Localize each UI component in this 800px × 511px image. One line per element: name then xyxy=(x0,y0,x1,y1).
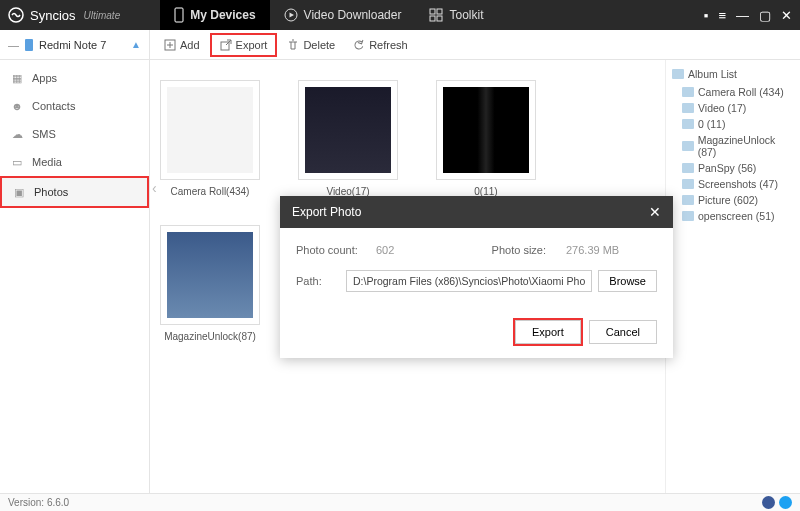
sidebar-item-photos[interactable]: ▣Photos xyxy=(0,176,149,208)
album-item[interactable]: 0(11) xyxy=(436,80,536,197)
export-dialog: Export Photo ✕ Photo count: 602 Photo si… xyxy=(280,196,673,358)
grid-icon: ▦ xyxy=(10,71,24,85)
dialog-export-button[interactable]: Export xyxy=(515,320,581,344)
path-input[interactable] xyxy=(346,270,592,292)
tab-label: Video Downloader xyxy=(304,8,402,22)
close-icon[interactable]: ✕ xyxy=(781,8,792,23)
trash-icon xyxy=(287,39,299,51)
brand: Syncios Ultimate xyxy=(8,7,120,23)
btn-label: Export xyxy=(236,39,268,51)
dialog-title: Export Photo xyxy=(292,205,361,219)
album-label: Camera Roll(434) xyxy=(160,186,260,197)
sub-toolbar: — Redmi Note 7 ▲ Add Export Delete Refre… xyxy=(0,30,800,60)
delete-button[interactable]: Delete xyxy=(279,35,343,55)
svg-rect-7 xyxy=(25,39,33,51)
chat-icon[interactable]: ▪ xyxy=(704,8,709,23)
folder-icon xyxy=(682,195,694,205)
svg-rect-1 xyxy=(175,8,183,22)
album-thumb xyxy=(298,80,398,180)
browse-button[interactable]: Browse xyxy=(598,270,657,292)
album-list-item[interactable]: Screenshots (47) xyxy=(672,176,794,192)
album-list-item[interactable]: Camera Roll (434) xyxy=(672,84,794,100)
svg-rect-3 xyxy=(430,9,435,14)
device-selector[interactable]: — Redmi Note 7 ▲ xyxy=(0,30,150,59)
sidebar-item-media[interactable]: ▭Media xyxy=(0,148,149,176)
album-list-title: Album List xyxy=(672,68,794,80)
dialog-path-row: Path: Browse xyxy=(296,270,657,292)
export-button[interactable]: Export xyxy=(210,33,278,57)
folder-icon xyxy=(682,141,694,151)
album-list-item[interactable]: Picture (602) xyxy=(672,192,794,208)
maximize-icon[interactable]: ▢ xyxy=(759,8,771,23)
path-label: Path: xyxy=(296,275,346,287)
brand-edition: Ultimate xyxy=(84,10,121,21)
scroll-left-icon[interactable]: ‹ xyxy=(152,180,157,196)
facebook-icon[interactable] xyxy=(762,496,775,509)
action-toolbar: Add Export Delete Refresh xyxy=(150,33,416,57)
twitter-icon[interactable] xyxy=(779,496,792,509)
sidebar-item-contacts[interactable]: ☻Contacts xyxy=(0,92,149,120)
sidebar-item-label: SMS xyxy=(32,128,56,140)
device-icon xyxy=(25,39,33,51)
dialog-close-icon[interactable]: ✕ xyxy=(649,204,661,220)
size-value: 276.39 MB xyxy=(566,244,656,256)
dash-icon: — xyxy=(8,39,19,51)
album-item[interactable]: MagazineUnlock(87) xyxy=(160,225,260,342)
folder-icon xyxy=(682,103,694,113)
grid4-icon xyxy=(429,8,443,22)
album-item[interactable]: Camera Roll(434) xyxy=(160,80,260,197)
btn-label: Add xyxy=(180,39,200,51)
count-label: Photo count: xyxy=(296,244,376,256)
app-logo-icon xyxy=(8,7,24,23)
folder-icon xyxy=(682,211,694,221)
sidebar: ▦Apps ☻Contacts ☁SMS ▭Media ▣Photos xyxy=(0,60,150,493)
album-list-item[interactable]: openscreen (51) xyxy=(672,208,794,224)
sidebar-item-label: Media xyxy=(32,156,62,168)
album-list-item[interactable]: PanSpy (56) xyxy=(672,160,794,176)
dialog-cancel-button[interactable]: Cancel xyxy=(589,320,657,344)
dialog-info-row: Photo count: 602 Photo size: 276.39 MB xyxy=(296,244,657,256)
tab-label: Toolkit xyxy=(449,8,483,22)
phone-icon xyxy=(174,7,184,23)
folder-icon xyxy=(682,163,694,173)
play-circle-icon xyxy=(284,8,298,22)
album-list-panel: Album List Camera Roll (434) Video (17) … xyxy=(665,60,800,493)
album-thumb xyxy=(160,225,260,325)
count-value: 602 xyxy=(376,244,466,256)
titlebar: Syncios Ultimate My Devices Video Downlo… xyxy=(0,0,800,30)
svg-rect-5 xyxy=(430,16,435,21)
sidebar-item-sms[interactable]: ☁SMS xyxy=(0,120,149,148)
svg-rect-6 xyxy=(437,16,442,21)
album-list-item[interactable]: Video (17) xyxy=(672,100,794,116)
album-list-item[interactable]: 0 (11) xyxy=(672,116,794,132)
minimize-icon[interactable]: — xyxy=(736,8,749,23)
add-button[interactable]: Add xyxy=(156,35,208,55)
size-label: Photo size: xyxy=(466,244,566,256)
folder-icon xyxy=(682,179,694,189)
tab-my-devices[interactable]: My Devices xyxy=(160,0,269,30)
tab-toolkit[interactable]: Toolkit xyxy=(415,0,497,30)
image-icon: ▣ xyxy=(12,185,26,199)
svg-rect-4 xyxy=(437,9,442,14)
folder-icon xyxy=(682,119,694,129)
sidebar-item-label: Apps xyxy=(32,72,57,84)
social-links xyxy=(762,496,792,509)
menu-icon[interactable]: ≡ xyxy=(718,8,726,23)
album-thumb xyxy=(436,80,536,180)
refresh-button[interactable]: Refresh xyxy=(345,35,416,55)
btn-label: Refresh xyxy=(369,39,408,51)
nav-tabs: My Devices Video Downloader Toolkit xyxy=(160,0,497,30)
dialog-header: Export Photo ✕ xyxy=(280,196,673,228)
tab-label: My Devices xyxy=(190,8,255,22)
footer: Version: 6.6.0 xyxy=(0,493,800,511)
window-controls: ▪ ≡ — ▢ ✕ xyxy=(704,8,792,23)
media-icon: ▭ xyxy=(10,155,24,169)
dialog-body: Photo count: 602 Photo size: 276.39 MB P… xyxy=(280,228,673,320)
tab-video-downloader[interactable]: Video Downloader xyxy=(270,0,416,30)
sidebar-item-label: Photos xyxy=(34,186,68,198)
sidebar-item-apps[interactable]: ▦Apps xyxy=(0,64,149,92)
album-list-item[interactable]: MagazineUnlock (87) xyxy=(672,132,794,160)
album-item[interactable]: Video(17) xyxy=(298,80,398,197)
export-icon xyxy=(220,39,232,51)
album-label: MagazineUnlock(87) xyxy=(160,331,260,342)
